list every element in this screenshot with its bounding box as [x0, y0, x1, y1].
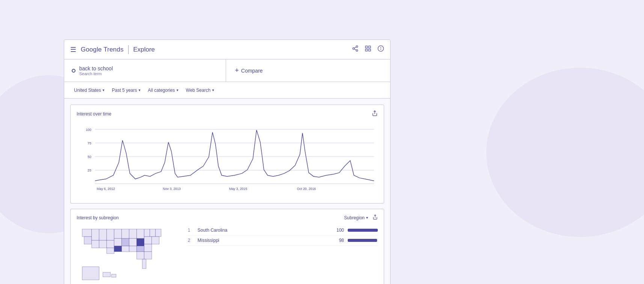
svg-rect-54 [144, 244, 152, 252]
search-term-value: back to school [79, 65, 113, 71]
app-header: ☰ Google Trends Explore [64, 40, 390, 59]
search-type-label: Web Search [186, 88, 211, 93]
chart-svg-container: 100 75 50 25 May 6, 2012 Nov 3, 2013 May… [77, 121, 378, 198]
svg-rect-36 [144, 229, 150, 237]
rank-name-1[interactable]: South Carolina [198, 228, 329, 233]
location-filter[interactable]: United States ▾ [72, 86, 107, 94]
svg-rect-28 [84, 237, 92, 244]
rank-bar-bg-2 [348, 239, 378, 242]
compare-box[interactable]: + Compare [226, 59, 391, 82]
svg-rect-47 [152, 237, 159, 244]
location-chevron-icon: ▾ [103, 88, 104, 92]
svg-rect-43 [122, 238, 129, 246]
rank-bar-container-1 [348, 229, 378, 232]
subregion-chevron-icon: ▾ [366, 216, 368, 220]
subregion-title: Interest by subregion [77, 215, 119, 220]
svg-text:25: 25 [87, 169, 91, 172]
menu-icon[interactable]: ☰ [70, 46, 76, 54]
subregion-header: Interest by subregion Subregion ▾ [77, 214, 378, 221]
search-type-filter[interactable]: Web Search ▾ [184, 86, 216, 94]
compare-plus: + [235, 67, 239, 74]
chart-title: Interest over time [77, 111, 112, 117]
svg-line-3 [354, 49, 356, 50]
time-filter-label: Past 5 years [112, 88, 137, 93]
chart-header: Interest over time [77, 110, 378, 117]
brand-title: Google Trends [81, 46, 124, 53]
search-section: back to school Search term + Compare [64, 59, 390, 82]
time-chevron-icon: ▾ [139, 88, 140, 92]
svg-rect-40 [99, 240, 107, 248]
rank-num-2: 2 [188, 238, 194, 243]
svg-rect-44 [129, 238, 137, 246]
category-chevron-icon: ▾ [176, 88, 178, 92]
svg-point-1 [353, 48, 354, 50]
us-map [77, 225, 182, 284]
interest-over-time-card: Interest over time [70, 105, 384, 204]
svg-rect-48 [107, 248, 114, 254]
rank-bar-fill-1 [348, 229, 378, 232]
rank-bar-fill-2 [348, 239, 377, 242]
ranking-item-2: 2 Mississippi 98 [188, 235, 378, 246]
ranking-item: 1 South Carolina 100 [188, 225, 378, 235]
svg-rect-46 [144, 237, 152, 244]
location-filter-label: United States [74, 88, 101, 93]
svg-rect-45 [137, 238, 144, 246]
main-card: ☰ Google Trends Explore [64, 39, 391, 284]
share-header-icon[interactable] [352, 45, 359, 54]
header-icons [352, 45, 384, 54]
svg-text:Oct 20, 2016: Oct 20, 2016 [297, 187, 316, 191]
filters-bar: United States ▾ Past 5 years ▾ All categ… [64, 82, 390, 99]
subregion-dropdown[interactable]: Subregion ▾ [344, 215, 368, 220]
svg-text:Nov 3, 2013: Nov 3, 2013 [163, 187, 181, 191]
time-filter[interactable]: Past 5 years ▾ [110, 86, 143, 94]
subregion-controls: Subregion ▾ [344, 214, 378, 221]
search-term-label: Search term [79, 71, 113, 76]
svg-rect-34 [129, 229, 137, 238]
svg-text:75: 75 [87, 141, 91, 145]
rank-score-2: 98 [333, 238, 344, 243]
subregion-dropdown-label: Subregion [344, 215, 365, 220]
category-filter[interactable]: All categories ▾ [146, 86, 181, 94]
content-area: Interest over time [64, 99, 390, 284]
svg-rect-37 [150, 229, 155, 237]
svg-rect-55 [144, 252, 152, 259]
svg-rect-29 [92, 229, 99, 240]
rankings-list: 1 South Carolina 100 2 Mississippi 98 [188, 225, 378, 284]
background-blob-right [486, 68, 644, 237]
svg-rect-33 [122, 229, 129, 238]
svg-rect-5 [365, 46, 367, 48]
svg-rect-58 [103, 272, 110, 277]
svg-rect-42 [114, 238, 122, 246]
svg-rect-41 [107, 240, 114, 248]
svg-line-4 [354, 47, 356, 48]
category-filter-label: All categories [148, 88, 175, 93]
svg-text:50: 50 [87, 155, 91, 159]
grid-header-icon[interactable] [365, 45, 371, 54]
rank-bar-bg-1 [348, 229, 378, 232]
rank-score-1: 100 [333, 228, 344, 233]
svg-rect-49 [114, 246, 122, 252]
svg-rect-50 [122, 246, 129, 252]
svg-rect-59 [112, 274, 116, 277]
search-term-box[interactable]: back to school Search term [64, 59, 226, 82]
explore-title: Explore [133, 46, 155, 53]
rank-num-1: 1 [188, 228, 194, 233]
svg-rect-6 [369, 46, 371, 48]
header-divider [128, 45, 129, 54]
chart-share-icon[interactable] [372, 110, 378, 117]
svg-rect-56 [142, 259, 146, 269]
svg-rect-52 [137, 246, 144, 252]
subregion-share-icon[interactable] [373, 214, 378, 221]
info-header-icon[interactable] [377, 45, 384, 54]
svg-point-2 [356, 50, 358, 52]
svg-rect-39 [92, 240, 99, 248]
subregion-card: Interest by subregion Subregion ▾ [70, 209, 384, 284]
svg-rect-35 [137, 229, 144, 238]
svg-text:May 3, 2015: May 3, 2015 [229, 187, 247, 191]
svg-point-0 [356, 46, 358, 48]
svg-rect-27 [82, 229, 92, 237]
svg-text:100: 100 [86, 128, 91, 132]
search-type-chevron-icon: ▾ [212, 88, 214, 92]
rank-name-2[interactable]: Mississippi [198, 238, 329, 243]
svg-rect-8 [369, 49, 371, 51]
